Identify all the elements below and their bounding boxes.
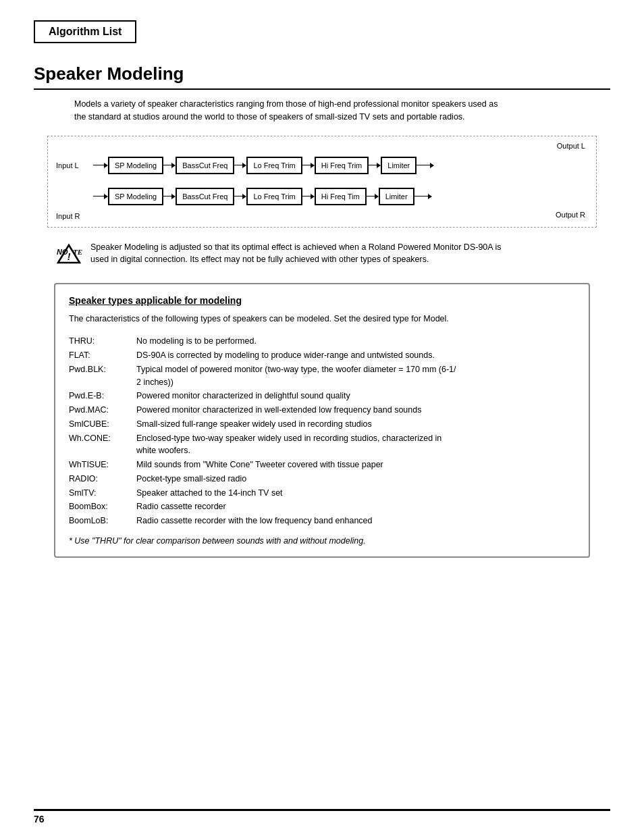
note-section: ! TE NO Speaker Modeling is adjusted so …	[54, 241, 590, 269]
speaker-type-desc: Enclosed-type two-way speaker widely use…	[136, 431, 575, 459]
speaker-type-desc: Pocket-type small-sized radio	[136, 472, 575, 486]
bottom-bar	[34, 809, 610, 811]
speaker-type-desc: No modeling is to be performed.	[136, 334, 575, 348]
speaker-type-name: SmlTV:	[69, 486, 136, 500]
speaker-type-row: Pwd.BLK:Typical model of powered monitor…	[69, 363, 575, 390]
input-r-label-below: Input R	[56, 212, 80, 220]
svg-text:NO: NO	[57, 248, 68, 256]
block-sp-modeling-1: SP Modeling	[108, 157, 163, 174]
speaker-type-name: BoomLoB:	[69, 514, 136, 528]
algorithm-list-label: Algorithm List	[49, 26, 122, 37]
page-number: 76	[34, 814, 45, 824]
speaker-type-row: WhTISUE:Mild sounds from "White Cone" Tw…	[69, 458, 575, 472]
speaker-types-table: THRU:No modeling is to be performed.FLAT…	[69, 334, 575, 528]
speaker-type-row: BoomLoB:Radio cassette recorder with the…	[69, 514, 575, 528]
speaker-type-row: FLAT:DS-90A is corrected by modeling to …	[69, 348, 575, 363]
diagram-row-2: SP Modeling BassCut Freq Lo Freq Trim Hi…	[56, 188, 588, 205]
speaker-type-name: Pwd.E-B:	[69, 389, 136, 403]
speaker-type-row: SmlCUBE:Small-sized full-range speaker w…	[69, 417, 575, 431]
speaker-type-desc: Radio cassette recorder	[136, 500, 575, 514]
speaker-type-name: WhTISUE:	[69, 458, 136, 472]
block-hifreq-1: Hi Freq Trim	[315, 157, 369, 174]
speaker-type-name: RADIO:	[69, 472, 136, 486]
diagram-row-1: Input L SP Modeling BassCut Freq Lo Freq…	[56, 157, 588, 174]
block-sp-modeling-2: SP Modeling	[108, 188, 163, 205]
speaker-types-description: The characteristics of the following typ…	[69, 313, 575, 325]
speaker-types-title: Speaker types applicable for modeling	[69, 295, 575, 306]
algorithm-list-header: Algorithm List	[34, 20, 136, 43]
speaker-type-desc: Powered monitor characterized in well-ex…	[136, 403, 575, 417]
arrow-1	[93, 163, 108, 168]
speaker-type-name: THRU:	[69, 334, 136, 348]
svg-text:TE: TE	[73, 248, 82, 256]
speaker-type-name: BoomBox:	[69, 500, 136, 514]
speaker-types-footnote: * Use "THRU" for clear comparison betwee…	[69, 536, 575, 546]
speaker-type-row: Pwd.MAC:Powered monitor characterized in…	[69, 403, 575, 417]
speaker-type-row: RADIO:Pocket-type small-sized radio	[69, 472, 575, 486]
output-l-label: Output L	[557, 142, 585, 150]
speaker-type-row: Pwd.E-B:Powered monitor characterized in…	[69, 389, 575, 403]
speaker-type-desc: Speaker attached to the 14-inch TV set	[136, 486, 575, 500]
speaker-type-row: Wh.CONE:Enclosed-type two-way speaker wi…	[69, 431, 575, 459]
block-lofreq-1: Lo Freq Trim	[246, 157, 302, 174]
block-limiter-1: Limiter	[381, 157, 417, 174]
note-icon: ! TE NO	[54, 242, 84, 269]
speaker-type-desc: DS-90A is corrected by modeling to produ…	[136, 348, 575, 363]
block-hifreq-2: Hi Freq Tim	[315, 188, 367, 205]
section-description: Models a variety of speaker characterist…	[74, 98, 610, 124]
block-limiter-2: Limiter	[379, 188, 414, 205]
speaker-type-desc: Typical model of powered monitor (two-wa…	[136, 363, 575, 390]
speaker-types-box: Speaker types applicable for modeling Th…	[54, 283, 590, 558]
note-text: Speaker Modeling is adjusted so that its…	[90, 241, 501, 267]
block-basscut-2: BassCut Freq	[176, 188, 234, 205]
speaker-type-name: Wh.CONE:	[69, 431, 136, 459]
output-r-label: Output R	[556, 211, 585, 219]
section-title: Speaker Modeling	[34, 63, 610, 90]
speaker-type-name: SmlCUBE:	[69, 417, 136, 431]
speaker-type-name: Pwd.MAC:	[69, 403, 136, 417]
speaker-type-row: BoomBox:Radio cassette recorder	[69, 500, 575, 514]
block-lofreq-2: Lo Freq Trim	[246, 188, 302, 205]
speaker-type-desc: Small-sized full-range speaker widely us…	[136, 417, 575, 431]
input-l-label: Input L	[56, 161, 93, 169]
speaker-type-desc: Powered monitor characterized in delight…	[136, 389, 575, 403]
speaker-type-name: Pwd.BLK:	[69, 363, 136, 390]
signal-flow-diagram: Output L Input L SP Modeling BassCut Fre…	[47, 136, 597, 228]
speaker-type-desc: Radio cassette recorder with the low fre…	[136, 514, 575, 528]
speaker-type-desc: Mild sounds from "White Cone" Tweeter co…	[136, 458, 575, 472]
speaker-type-name: FLAT:	[69, 348, 136, 363]
speaker-type-row: THRU:No modeling is to be performed.	[69, 334, 575, 348]
speaker-type-row: SmlTV:Speaker attached to the 14-inch TV…	[69, 486, 575, 500]
block-basscut-1: BassCut Freq	[176, 157, 234, 174]
